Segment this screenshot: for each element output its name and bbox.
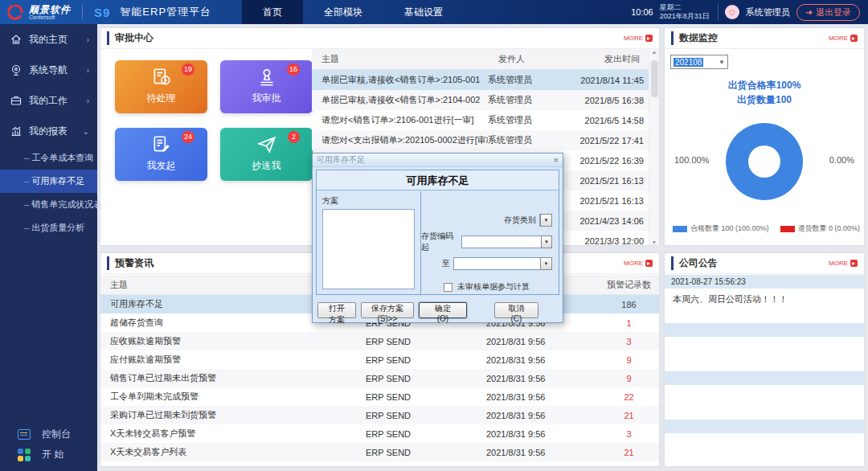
top-bar: 顺景软件 Centersoft S9 智能ERP管理平台 首页 全部模块 基础设… xyxy=(0,0,868,24)
legend-item: 合格数量 100 (100.00%) xyxy=(673,223,769,234)
sidebar-subitem[interactable]: 可用库存不足 xyxy=(0,170,97,193)
save-plan-button[interactable]: 保存方案(S)>> xyxy=(361,302,414,318)
more-icon xyxy=(850,260,858,267)
field-input[interactable] xyxy=(461,236,541,248)
sidebar-subitem[interactable]: 工令单成本查询 xyxy=(0,146,97,170)
approval-scrollbar[interactable]: ▲ ▼ xyxy=(649,49,659,245)
chevron-icon: › xyxy=(87,96,89,105)
stamp-icon xyxy=(256,67,277,88)
panel-title-announcements: 公司公告 xyxy=(671,256,718,270)
scroll-thumb[interactable] xyxy=(651,60,658,97)
legend-swatch xyxy=(673,226,687,232)
open-plan-button[interactable]: 打开方案 xyxy=(317,302,356,318)
announcement-item[interactable] xyxy=(665,420,864,461)
dialog-title: 可用库存不足 xyxy=(317,154,365,166)
scroll-down-icon[interactable]: ▼ xyxy=(652,240,657,245)
alert-row[interactable]: X天未交易客户列表 ERP SEND 2021/8/31 9:56 21 xyxy=(100,443,659,461)
plan-listbox[interactable] xyxy=(322,209,415,289)
home-icon xyxy=(10,33,23,46)
legend-item: 退货数量 0 (0.00%) xyxy=(780,223,861,234)
sidebar-item-start[interactable]: 开 始 xyxy=(0,444,97,465)
col-header-subject: 主题 xyxy=(312,53,498,65)
dialog-titlebar[interactable]: 可用库存不足 × xyxy=(313,154,563,167)
col-header-time: 发出时间 xyxy=(572,53,659,65)
alert-row[interactable]: 工令单到期未完成预警 ERP SEND 2021/8/31 9:56 22 xyxy=(100,387,659,406)
chevron-down-icon: ▼ xyxy=(719,59,725,66)
announcements-more-button[interactable]: MORE xyxy=(829,260,858,267)
announcement-date: 2021-08-27 15:56:23 xyxy=(665,275,864,289)
sidebar: 我的主页 › 系统导航 › 我的工作 › 我的报表 ⌄ 工令单成本查询 可用库存… xyxy=(0,24,97,471)
approval-tile[interactable]: 我审批 16 xyxy=(220,60,313,113)
more-icon xyxy=(645,260,653,267)
nav-item[interactable]: 全部模块 xyxy=(303,0,383,24)
panel-title-monitor: 数据监控 xyxy=(671,31,718,45)
cancel-button[interactable]: 取消(C) xyxy=(494,302,538,318)
monitor-more-button[interactable]: MORE xyxy=(829,35,858,42)
form-field-row: 存货类别 ▼ xyxy=(421,214,552,227)
dropdown-button[interactable]: ▼ xyxy=(540,214,552,227)
approval-more-button[interactable]: MORE xyxy=(624,35,653,42)
start-icon xyxy=(18,448,31,461)
send-icon xyxy=(256,134,277,155)
chevron-icon: › xyxy=(87,35,89,44)
sidebar-subitem[interactable]: 销售单完成状况表 xyxy=(0,193,97,216)
alert-row[interactable]: X天未转交易客户预警 ERP SEND 2021/8/31 9:56 3 xyxy=(100,424,659,443)
sidebar-item-label: 我的主页 xyxy=(29,33,68,47)
alert-row[interactable]: 销售订单已过期未出货预警 ERP SEND 2021/8/31 9:56 9 xyxy=(100,369,659,387)
pass-rate-donut-chart xyxy=(726,123,803,200)
nav-item[interactable]: 首页 xyxy=(242,0,303,24)
period-select[interactable]: 202108 ▼ xyxy=(670,55,728,69)
approval-tile[interactable]: 待处理 19 xyxy=(115,60,207,113)
panel-title-approval: 审批中心 xyxy=(107,31,154,45)
field-input[interactable] xyxy=(453,257,540,270)
dropdown-button[interactable]: ▼ xyxy=(541,236,552,248)
user-avatar-icon[interactable]: ☺ xyxy=(725,5,739,19)
panel-title-alerts: 预警资讯 xyxy=(107,256,154,270)
col-header-count: 预警记录数 xyxy=(599,279,659,291)
monitor-summary: 出货合格率100% 出货数量100 xyxy=(665,78,864,107)
sidebar-item-0[interactable]: 我的主页 › xyxy=(0,24,97,55)
col-header-sender: 发件人 xyxy=(498,53,572,65)
approval-tile[interactable]: 我发起 24 xyxy=(115,128,207,181)
checkbox-label: 未审核单据参与计算 xyxy=(457,281,530,293)
approval-row[interactable]: 请您对<支出报销单>:202105-0002进行[审核] 系统管理员 2021/… xyxy=(312,130,649,150)
data-monitor-panel: 数据监控 MORE 202108 ▼ 出货合格率100% 出货数量100 100… xyxy=(665,28,864,245)
unaudited-checkbox[interactable] xyxy=(444,283,452,292)
tile-badge: 24 xyxy=(182,131,194,143)
form-field-row: 存货编码起 ▼ xyxy=(421,231,552,253)
scroll-up-icon[interactable]: ▲ xyxy=(652,49,657,55)
announcement-item[interactable] xyxy=(665,323,864,364)
alert-row[interactable]: 应付账款逾期预警 ERP SEND 2021/8/31 9:56 9 xyxy=(100,350,659,369)
announcement-item[interactable]: 2021-08-27 15:56:23 本周六、周日公司活动！！！ xyxy=(665,275,864,316)
announcement-item[interactable] xyxy=(665,371,864,412)
briefcase-icon xyxy=(10,94,23,107)
sidebar-item-1[interactable]: 系统导航 › xyxy=(0,55,97,85)
nav-item[interactable]: 基础设置 xyxy=(383,0,464,24)
date-block: 星期二 2021年8月31日 xyxy=(660,3,719,22)
alert-row[interactable]: 采购订单已过期未到货预警 ERP SEND 2021/8/31 9:56 21 xyxy=(100,406,659,424)
close-icon[interactable]: × xyxy=(554,156,559,165)
donut-left-label: 100.00% xyxy=(674,155,709,165)
sidebar-item-3[interactable]: 我的报表 ⌄ xyxy=(0,116,97,146)
legend-swatch xyxy=(780,226,795,232)
ok-button[interactable]: 确定(O) xyxy=(419,302,467,318)
approval-row[interactable]: 请您对<销售订单>:2106-001进行[一审] 系统管理员 2021/6/5 … xyxy=(312,110,649,130)
sidebar-item-2[interactable]: 我的工作 › xyxy=(0,85,97,116)
announcement-text xyxy=(665,385,864,412)
swirl-logo-icon xyxy=(6,3,24,21)
logo-en: Centersoft xyxy=(29,14,71,20)
plan-label: 方案 xyxy=(322,195,415,207)
donut-right-label: 0.00% xyxy=(829,155,854,165)
clock: 10:06 xyxy=(631,7,653,17)
alert-row[interactable]: 应收账款逾期预警 ERP SEND 2021/8/31 9:56 3 xyxy=(100,332,659,350)
logout-button[interactable]: ➜ 退出登录 xyxy=(796,4,860,21)
alerts-more-button[interactable]: MORE xyxy=(624,260,653,267)
sidebar-item-console[interactable]: 控制台 xyxy=(0,424,97,444)
approval-tile[interactable]: 抄送我 2 xyxy=(220,128,313,181)
approval-row[interactable]: 单据已审核,请接收<销售订单>:2104-002 系统管理员 2021/8/5 … xyxy=(312,90,649,110)
approval-row[interactable]: 单据已审核,请接收<销售订单>:2105-001 系统管理员 2021/8/14… xyxy=(312,70,649,90)
more-icon xyxy=(645,35,653,42)
dropdown-button[interactable]: ▼ xyxy=(540,257,552,270)
sidebar-subitem[interactable]: 出货质量分析 xyxy=(0,216,97,240)
more-icon xyxy=(850,35,858,42)
